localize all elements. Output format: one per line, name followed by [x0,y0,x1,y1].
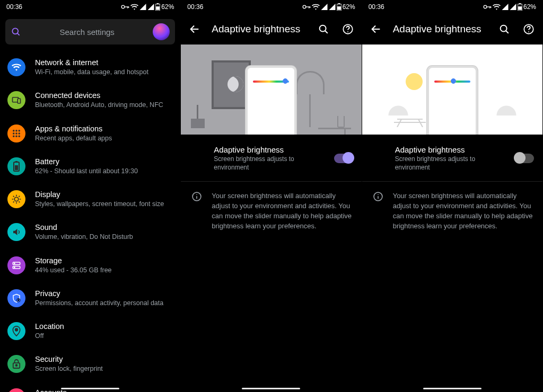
svg-point-32 [16,365,17,367]
settings-item-subtitle: Bluetooth, Android Auto, driving mode, N… [35,101,173,109]
settings-item-title: Storage [35,256,173,265]
wifi-icon [493,4,501,10]
search-settings[interactable]: Search settings [5,19,175,44]
settings-item-subtitle: Screen lock, fingerprint [35,364,173,373]
svg-point-19 [19,135,20,137]
svg-rect-35 [305,6,310,7]
back-button[interactable] [369,22,383,37]
illustration-night [181,44,361,135]
settings-item-title: Sound [35,223,173,231]
svg-point-13 [19,130,20,131]
status-battery-pct: 62% [161,3,174,11]
settings-item-display[interactable]: Display Styles, wallpapers, screen timeo… [0,183,180,216]
svg-rect-50 [487,6,491,7]
settings-item-devices[interactable]: Connected devices Bluetooth, Android Aut… [0,84,180,117]
status-bar: 00:36 62% [181,0,361,14]
svg-point-27 [14,267,15,268]
phone-adaptive-off: 00:36 62% Adaptive brightness [362,0,543,392]
search-icon [318,23,329,35]
privacy-icon [7,289,25,307]
settings-item-accounts[interactable]: Accounts WhatsApp, Google, and Duo [0,381,180,393]
svg-rect-29 [17,300,19,301]
phone-settings: 00:36 62% Search settings Network & inte… [0,0,181,392]
status-icons: 62% [121,3,174,11]
toggle-subtitle: Screen brightness adjusts to environment [214,155,320,172]
search-button[interactable] [497,22,512,37]
settings-item-privacy[interactable]: Privacy Permissions, account activity, p… [0,282,180,315]
page-title: Adaptive brightness [212,23,306,35]
status-bar: 00:36 62% [362,0,542,14]
nav-gesture-bar[interactable] [423,388,481,389]
status-bar: 00:36 62% [0,0,180,14]
accounts-icon [7,388,25,392]
svg-line-58 [506,31,509,33]
signal-icon-2 [329,4,336,10]
settings-item-title: Privacy [35,289,173,298]
signal-icon-1 [502,4,509,10]
settings-item-subtitle: 44% used - 36.05 GB free [35,266,173,274]
toggle-switch[interactable] [515,154,534,163]
phone-adaptive-on: 00:36 62% Adaptive brightness [181,0,362,392]
display-icon [7,190,25,208]
settings-item-subtitle: 62% - Should last until about 19:30 [35,167,173,175]
avatar[interactable] [153,23,170,40]
svg-line-64 [418,119,423,127]
svg-line-43 [325,31,328,33]
apps-icon [7,124,25,142]
settings-item-sound[interactable]: Sound Volume, vibration, Do Not Disturb [0,216,180,248]
svg-rect-2 [127,6,128,8]
svg-rect-52 [491,6,491,8]
adaptive-brightness-toggle-row[interactable]: Adaptive brightness Screen brightness ad… [362,135,542,182]
devices-icon [7,91,25,109]
arrow-back-icon [370,23,382,35]
status-time: 00:36 [187,3,203,11]
settings-item-title: Network & internet [35,58,173,67]
settings-item-location[interactable]: Location Off [0,315,180,348]
vpn-key-icon [121,4,129,10]
svg-point-57 [501,25,507,32]
search-button[interactable] [316,22,331,37]
svg-point-45 [347,31,348,32]
svg-rect-3 [128,6,129,8]
nav-gesture-bar[interactable] [242,388,300,389]
settings-item-title: Security [35,355,173,363]
adaptive-brightness-toggle-row[interactable]: Adaptive brightness Screen brightness ad… [181,135,361,182]
info-text: Your screen brightness will automaticall… [393,191,533,231]
svg-point-26 [14,263,15,264]
settings-item-storage[interactable]: Storage 44% used - 36.05 GB free [0,249,180,282]
settings-item-battery[interactable]: Battery 62% - Should last until about 19… [0,150,180,183]
svg-point-67 [378,194,379,195]
toggle-subtitle: Screen brightness adjusts to environment [395,155,501,172]
svg-rect-40 [337,6,341,10]
help-button[interactable] [340,22,355,37]
svg-rect-51 [489,6,490,8]
wifi-icon [130,4,138,10]
nav-gesture-bar[interactable] [61,388,119,389]
settings-item-title: Location [35,322,173,331]
signal-icon-1 [321,4,328,10]
settings-item-security[interactable]: Security Screen lock, fingerprint [0,348,180,380]
toggle-title: Adaptive brightness [214,145,327,154]
svg-point-30 [15,328,18,331]
sound-icon [7,223,25,241]
info-icon [373,191,383,202]
back-button[interactable] [187,22,202,37]
settings-item-apps[interactable]: Apps & notifications Recent apps, defaul… [0,117,180,150]
storage-icon [7,256,25,274]
toggle-switch[interactable] [334,154,353,163]
location-icon [7,322,25,340]
signal-icon-1 [139,4,146,10]
svg-point-15 [15,132,17,134]
page-title: Adaptive brightness [393,23,487,35]
svg-point-12 [15,130,17,131]
svg-rect-6 [156,6,160,10]
status-time: 00:36 [369,3,384,11]
vpn-key-icon [483,4,492,10]
help-button[interactable] [521,22,536,37]
settings-item-wifi[interactable]: Network & internet Wi-Fi, mobile, data u… [0,51,180,84]
wifi-icon [312,4,320,10]
info-row: Your screen brightness will automaticall… [362,182,542,240]
settings-item-title: Display [35,190,173,199]
svg-point-17 [13,135,14,137]
signal-icon-2 [147,4,154,10]
